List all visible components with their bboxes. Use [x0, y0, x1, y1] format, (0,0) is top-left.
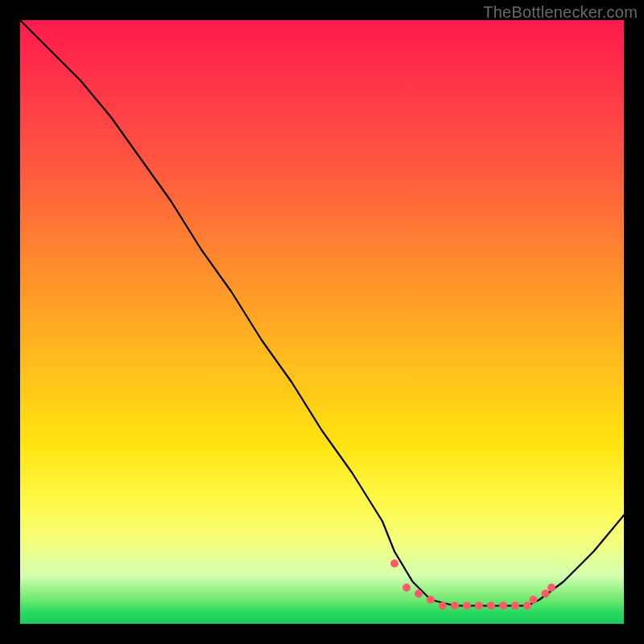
highlight-dot: [499, 602, 507, 610]
highlight-dot: [542, 590, 550, 598]
curve-line: [20, 20, 624, 606]
highlight-dot: [451, 602, 459, 610]
highlight-dot: [475, 602, 483, 610]
highlight-dot: [415, 590, 423, 598]
highlight-dot: [390, 559, 398, 568]
highlight-dot: [402, 584, 411, 592]
highlight-dot: [523, 602, 531, 610]
highlight-dot: [463, 602, 471, 610]
watermark-text: TheBottlenecker.com: [483, 3, 638, 22]
highlight-dot: [530, 596, 538, 604]
chart-svg: [20, 20, 624, 624]
highlight-dot: [487, 602, 495, 610]
highlight-dot: [547, 584, 555, 592]
highlight-dot: [439, 602, 447, 610]
chart-plot-area: [20, 20, 624, 624]
highlight-dot: [511, 602, 519, 610]
highlight-dot: [427, 596, 435, 604]
chart-stage: TheBottlenecker.com: [0, 0, 644, 644]
